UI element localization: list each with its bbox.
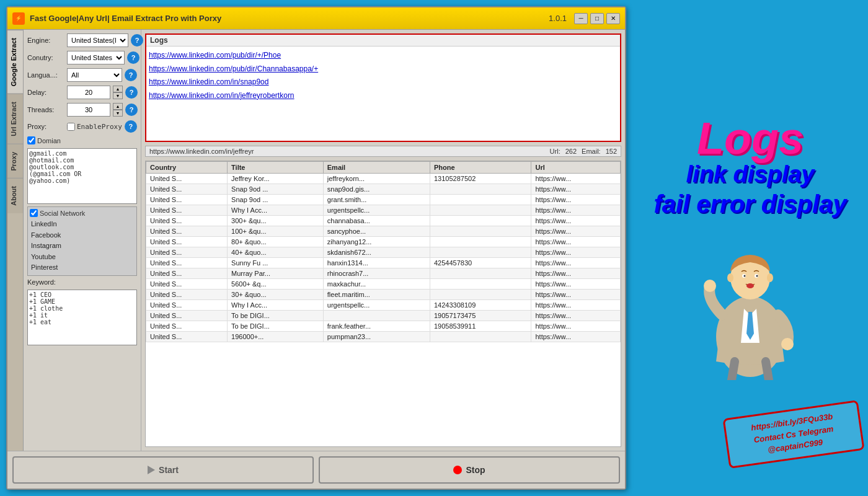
domain-checkbox[interactable]: [27, 136, 35, 144]
table-row[interactable]: United S...300+ &qu...channabasa...https…: [146, 216, 621, 226]
social-item-facebook[interactable]: Facebook: [31, 230, 135, 241]
threads-help[interactable]: ?: [125, 104, 138, 116]
cell-country: United S...: [146, 205, 228, 216]
svg-point-8: [767, 273, 773, 282]
log-link-1[interactable]: https://www.linkedin.com/pub/dir/+/Phoe: [149, 49, 618, 63]
col-country[interactable]: Country: [146, 162, 228, 174]
cell-url: https://ww...: [531, 205, 621, 216]
table-row[interactable]: United S...Snap 9od ...grant.smith...htt…: [146, 195, 621, 205]
language-select[interactable]: All: [67, 68, 122, 82]
table-row[interactable]: United S...Jeffrey Kor...jeffreykorn...1…: [146, 174, 621, 184]
keyword-item[interactable]: +1 clothe: [29, 305, 135, 312]
restore-button[interactable]: □: [590, 13, 604, 24]
minimize-button[interactable]: ─: [574, 13, 588, 24]
tab-about[interactable]: About: [7, 178, 23, 213]
threads-down[interactable]: ▼: [113, 110, 123, 117]
table-row[interactable]: United S...To be DIGI...frank.feather...…: [146, 321, 621, 332]
tab-url-extract[interactable]: Url Extract: [7, 94, 23, 144]
cell-country: United S...: [146, 258, 228, 268]
delay-down[interactable]: ▼: [113, 92, 123, 99]
domain-textarea[interactable]: @gmail.com @hotmail.com @outlook.com (@g…: [27, 148, 137, 204]
log-link-3[interactable]: https://www.linkedin.com/in/snap9od: [149, 76, 618, 89]
threads-input[interactable]: [67, 103, 110, 117]
cell-title: 100+ &qu...: [228, 226, 324, 237]
col-phone[interactable]: Phone: [430, 162, 531, 174]
keyword-item[interactable]: +1 eat: [29, 319, 135, 326]
delay-row: Delay: ▲ ▼ ?: [27, 86, 137, 99]
table-row[interactable]: United S...To be DIGI...19057173475https…: [146, 311, 621, 321]
app-title: Fast Google|Any Url| Email Extract Pro w…: [30, 14, 549, 23]
table-row[interactable]: United S...80+ &quo...zihanyang12...http…: [146, 237, 621, 247]
social-text: Social Network: [40, 210, 85, 217]
keyword-item[interactable]: +1 GAME: [29, 298, 135, 305]
country-help[interactable]: ?: [127, 51, 140, 64]
app-window: ⚡ Fast Google|Any Url| Email Extract Pro…: [6, 6, 626, 490]
social-item-instagram[interactable]: Instagram: [31, 241, 135, 252]
cell-title: Snap 9od ...: [228, 184, 324, 195]
keyword-item[interactable]: +1 it: [29, 312, 135, 319]
table-row[interactable]: United S...Sunny Fu ...hanxin1314...4254…: [146, 258, 621, 268]
table-row[interactable]: United S...100+ &qu...sancyphoe...https:…: [146, 226, 621, 237]
promo-subtitle: link display: [686, 161, 815, 189]
language-label: Langua...:: [27, 71, 64, 79]
threads-up[interactable]: ▲: [113, 103, 123, 110]
logs-content[interactable]: https://www.linkedin.com/pub/dir/+/Phoe …: [146, 46, 620, 141]
tab-proxy[interactable]: Proxy: [7, 144, 23, 179]
data-table-container[interactable]: Country Tilte Email Phone Url United S..…: [145, 161, 621, 447]
cell-country: United S...: [146, 216, 228, 226]
cell-email: urgentspellc...: [323, 300, 430, 311]
country-select[interactable]: United States: [67, 51, 125, 64]
col-url[interactable]: Url: [531, 162, 621, 174]
stop-button[interactable]: Stop: [319, 456, 620, 484]
cell-email: snap9od.gis...: [323, 184, 430, 195]
social-section: Social Network LinkedIn Facebook Instagr…: [27, 206, 137, 276]
social-item-linkedin[interactable]: LinkedIn: [31, 219, 135, 230]
engine-select[interactable]: United States(I: [67, 33, 128, 47]
close-button[interactable]: ✕: [606, 13, 620, 24]
cell-country: United S...: [146, 300, 228, 311]
cell-title: 196000+...: [228, 332, 324, 342]
language-help[interactable]: ?: [125, 69, 137, 81]
log-link-2[interactable]: https://www.linkedin.com/pub/dir/Channab…: [149, 63, 618, 76]
log-link-4[interactable]: https://www.linkedin.com/in/jeffreyrober…: [149, 89, 618, 103]
social-checkbox-label[interactable]: Social Network: [30, 209, 85, 217]
col-email[interactable]: Email: [323, 162, 430, 174]
table-row[interactable]: United S...Murray Par...rhinocrash7...ht…: [146, 268, 621, 279]
delay-up[interactable]: ▲: [113, 86, 123, 92]
svg-point-7: [727, 273, 733, 282]
cell-url: https://ww...: [531, 300, 621, 311]
proxy-help[interactable]: ?: [125, 120, 137, 133]
start-icon: [148, 466, 155, 474]
cell-phone: 4254457830: [430, 258, 531, 268]
social-item-pinterest[interactable]: Pinterest: [31, 262, 135, 273]
start-button[interactable]: Start: [12, 456, 314, 484]
cell-title: 80+ &quo...: [228, 237, 324, 247]
cell-title: Murray Par...: [228, 268, 324, 279]
social-item-youtube[interactable]: Youtube: [31, 252, 135, 263]
table-row[interactable]: United S...Why I Acc...urgentspellc...14…: [146, 300, 621, 311]
delay-help[interactable]: ?: [125, 86, 138, 99]
cell-email: zihanyang12...: [323, 237, 430, 247]
cell-phone: 19057173475: [430, 311, 531, 321]
proxy-enable-label[interactable]: EnableProxy: [67, 123, 122, 131]
table-row[interactable]: United S...Snap 9od ...snap9od.gis...htt…: [146, 184, 621, 195]
table-row[interactable]: United S...Why I Acc...urgentspellc...ht…: [146, 205, 621, 216]
table-row[interactable]: United S...5600+ &q...maxkachur...https:…: [146, 279, 621, 290]
cell-email: jeffreykorn...: [323, 174, 430, 184]
social-checkbox[interactable]: [30, 209, 38, 217]
cell-phone: [430, 195, 531, 205]
app-version: 1.0.1: [549, 14, 567, 23]
table-row[interactable]: United S...196000+...pumpman23...https:/…: [146, 332, 621, 342]
table-row[interactable]: United S...30+ &quo...fleet.maritim...ht…: [146, 290, 621, 300]
cell-phone: [430, 184, 531, 195]
cell-email: fleet.maritim...: [323, 290, 430, 300]
delay-input[interactable]: [67, 86, 110, 99]
tab-google-extract[interactable]: Google Extract: [7, 30, 23, 94]
domain-label[interactable]: Domian: [27, 136, 61, 144]
col-title[interactable]: Tilte: [228, 162, 324, 174]
cell-url: https://ww...: [531, 247, 621, 258]
keyword-item[interactable]: +1 CEO: [29, 291, 135, 298]
table-row[interactable]: United S...40+ &quo...skdanish672...http…: [146, 247, 621, 258]
cell-phone: [430, 216, 531, 226]
proxy-enable-checkbox[interactable]: [67, 123, 75, 131]
